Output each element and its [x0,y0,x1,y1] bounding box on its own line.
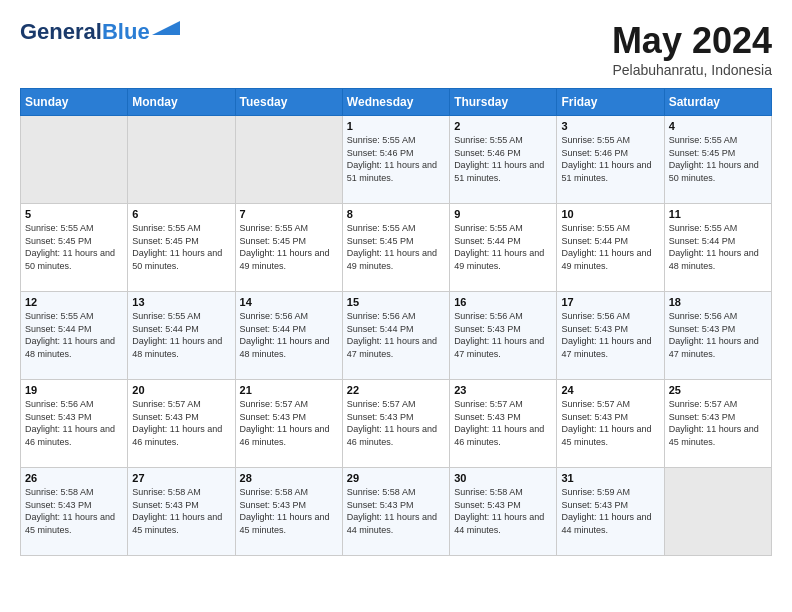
calendar-cell: 23Sunrise: 5:57 AMSunset: 5:43 PMDayligh… [450,380,557,468]
calendar-body: 1Sunrise: 5:55 AMSunset: 5:46 PMDaylight… [21,116,772,556]
day-number: 20 [132,384,230,396]
calendar-cell: 16Sunrise: 5:56 AMSunset: 5:43 PMDayligh… [450,292,557,380]
day-info: Sunrise: 5:56 AMSunset: 5:43 PMDaylight:… [669,310,767,360]
day-number: 15 [347,296,445,308]
weekday-header: Friday [557,89,664,116]
calendar-cell [21,116,128,204]
day-info: Sunrise: 5:55 AMSunset: 5:45 PMDaylight:… [132,222,230,272]
day-number: 9 [454,208,552,220]
day-number: 14 [240,296,338,308]
calendar-cell: 1Sunrise: 5:55 AMSunset: 5:46 PMDaylight… [342,116,449,204]
day-number: 4 [669,120,767,132]
day-number: 31 [561,472,659,484]
logo-text: GeneralBlue [20,20,150,44]
day-number: 25 [669,384,767,396]
day-info: Sunrise: 5:56 AMSunset: 5:44 PMDaylight:… [347,310,445,360]
day-info: Sunrise: 5:58 AMSunset: 5:43 PMDaylight:… [454,486,552,536]
day-number: 3 [561,120,659,132]
calendar-cell: 30Sunrise: 5:58 AMSunset: 5:43 PMDayligh… [450,468,557,556]
calendar-cell: 6Sunrise: 5:55 AMSunset: 5:45 PMDaylight… [128,204,235,292]
calendar-cell: 9Sunrise: 5:55 AMSunset: 5:44 PMDaylight… [450,204,557,292]
calendar-cell: 26Sunrise: 5:58 AMSunset: 5:43 PMDayligh… [21,468,128,556]
day-number: 5 [25,208,123,220]
calendar-cell: 8Sunrise: 5:55 AMSunset: 5:45 PMDaylight… [342,204,449,292]
calendar-header-row: SundayMondayTuesdayWednesdayThursdayFrid… [21,89,772,116]
day-info: Sunrise: 5:57 AMSunset: 5:43 PMDaylight:… [669,398,767,448]
calendar-cell: 13Sunrise: 5:55 AMSunset: 5:44 PMDayligh… [128,292,235,380]
day-info: Sunrise: 5:57 AMSunset: 5:43 PMDaylight:… [561,398,659,448]
day-info: Sunrise: 5:56 AMSunset: 5:44 PMDaylight:… [240,310,338,360]
calendar-cell: 2Sunrise: 5:55 AMSunset: 5:46 PMDaylight… [450,116,557,204]
calendar-week-row: 19Sunrise: 5:56 AMSunset: 5:43 PMDayligh… [21,380,772,468]
day-number: 30 [454,472,552,484]
month-title: May 2024 [612,20,772,62]
day-info: Sunrise: 5:56 AMSunset: 5:43 PMDaylight:… [25,398,123,448]
calendar-cell: 14Sunrise: 5:56 AMSunset: 5:44 PMDayligh… [235,292,342,380]
location: Pelabuhanratu, Indonesia [612,62,772,78]
day-info: Sunrise: 5:59 AMSunset: 5:43 PMDaylight:… [561,486,659,536]
weekday-header: Monday [128,89,235,116]
day-number: 17 [561,296,659,308]
weekday-header: Tuesday [235,89,342,116]
day-number: 12 [25,296,123,308]
day-number: 21 [240,384,338,396]
calendar-cell: 27Sunrise: 5:58 AMSunset: 5:43 PMDayligh… [128,468,235,556]
day-info: Sunrise: 5:57 AMSunset: 5:43 PMDaylight:… [240,398,338,448]
day-info: Sunrise: 5:55 AMSunset: 5:45 PMDaylight:… [240,222,338,272]
weekday-header: Wednesday [342,89,449,116]
calendar-cell: 11Sunrise: 5:55 AMSunset: 5:44 PMDayligh… [664,204,771,292]
day-info: Sunrise: 5:57 AMSunset: 5:43 PMDaylight:… [132,398,230,448]
day-info: Sunrise: 5:58 AMSunset: 5:43 PMDaylight:… [25,486,123,536]
day-number: 8 [347,208,445,220]
day-number: 7 [240,208,338,220]
day-info: Sunrise: 5:55 AMSunset: 5:45 PMDaylight:… [347,222,445,272]
calendar-cell: 31Sunrise: 5:59 AMSunset: 5:43 PMDayligh… [557,468,664,556]
day-info: Sunrise: 5:58 AMSunset: 5:43 PMDaylight:… [132,486,230,536]
calendar-cell: 4Sunrise: 5:55 AMSunset: 5:45 PMDaylight… [664,116,771,204]
day-info: Sunrise: 5:55 AMSunset: 5:44 PMDaylight:… [669,222,767,272]
day-info: Sunrise: 5:56 AMSunset: 5:43 PMDaylight:… [561,310,659,360]
day-info: Sunrise: 5:56 AMSunset: 5:43 PMDaylight:… [454,310,552,360]
calendar-cell: 22Sunrise: 5:57 AMSunset: 5:43 PMDayligh… [342,380,449,468]
day-info: Sunrise: 5:55 AMSunset: 5:45 PMDaylight:… [25,222,123,272]
calendar-week-row: 12Sunrise: 5:55 AMSunset: 5:44 PMDayligh… [21,292,772,380]
day-number: 26 [25,472,123,484]
day-number: 28 [240,472,338,484]
day-info: Sunrise: 5:55 AMSunset: 5:45 PMDaylight:… [669,134,767,184]
calendar-cell: 18Sunrise: 5:56 AMSunset: 5:43 PMDayligh… [664,292,771,380]
page-header: GeneralBlue May 2024 Pelabuhanratu, Indo… [20,20,772,78]
calendar-cell: 29Sunrise: 5:58 AMSunset: 5:43 PMDayligh… [342,468,449,556]
weekday-header: Sunday [21,89,128,116]
calendar-week-row: 5Sunrise: 5:55 AMSunset: 5:45 PMDaylight… [21,204,772,292]
calendar-cell: 28Sunrise: 5:58 AMSunset: 5:43 PMDayligh… [235,468,342,556]
day-info: Sunrise: 5:55 AMSunset: 5:44 PMDaylight:… [561,222,659,272]
calendar-cell: 3Sunrise: 5:55 AMSunset: 5:46 PMDaylight… [557,116,664,204]
day-number: 13 [132,296,230,308]
calendar-cell [235,116,342,204]
day-number: 1 [347,120,445,132]
day-number: 27 [132,472,230,484]
day-info: Sunrise: 5:55 AMSunset: 5:44 PMDaylight:… [132,310,230,360]
calendar-week-row: 26Sunrise: 5:58 AMSunset: 5:43 PMDayligh… [21,468,772,556]
day-number: 24 [561,384,659,396]
day-number: 6 [132,208,230,220]
calendar-cell: 24Sunrise: 5:57 AMSunset: 5:43 PMDayligh… [557,380,664,468]
svg-marker-0 [152,21,180,35]
logo-icon [152,21,180,35]
day-number: 18 [669,296,767,308]
day-number: 11 [669,208,767,220]
calendar-cell [664,468,771,556]
title-block: May 2024 Pelabuhanratu, Indonesia [612,20,772,78]
calendar-cell: 21Sunrise: 5:57 AMSunset: 5:43 PMDayligh… [235,380,342,468]
day-number: 2 [454,120,552,132]
day-info: Sunrise: 5:55 AMSunset: 5:46 PMDaylight:… [454,134,552,184]
calendar-cell: 10Sunrise: 5:55 AMSunset: 5:44 PMDayligh… [557,204,664,292]
logo: GeneralBlue [20,20,180,44]
calendar-cell: 7Sunrise: 5:55 AMSunset: 5:45 PMDaylight… [235,204,342,292]
calendar-week-row: 1Sunrise: 5:55 AMSunset: 5:46 PMDaylight… [21,116,772,204]
calendar-cell: 20Sunrise: 5:57 AMSunset: 5:43 PMDayligh… [128,380,235,468]
calendar-cell: 5Sunrise: 5:55 AMSunset: 5:45 PMDaylight… [21,204,128,292]
weekday-header: Thursday [450,89,557,116]
day-info: Sunrise: 5:57 AMSunset: 5:43 PMDaylight:… [347,398,445,448]
calendar-cell: 25Sunrise: 5:57 AMSunset: 5:43 PMDayligh… [664,380,771,468]
